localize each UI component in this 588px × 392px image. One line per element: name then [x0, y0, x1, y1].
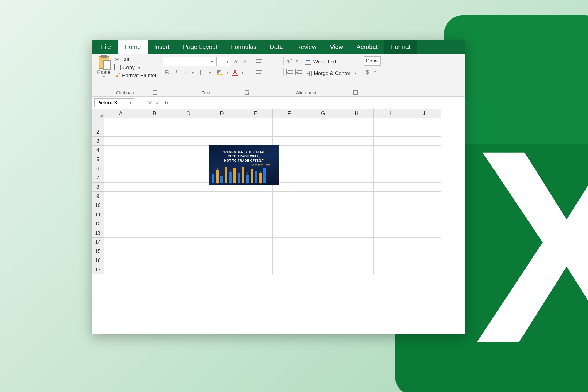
cell-C10[interactable] — [172, 201, 205, 210]
cell-I12[interactable] — [374, 219, 407, 228]
row-header-3[interactable]: 3 — [92, 137, 104, 146]
cell-D14[interactable] — [205, 238, 239, 247]
cell-I5[interactable] — [374, 155, 407, 164]
cell-E13[interactable] — [239, 228, 273, 238]
cell-C17[interactable] — [172, 265, 205, 274]
cell-E1[interactable] — [239, 118, 273, 127]
cell-H4[interactable] — [340, 146, 374, 155]
tab-data[interactable]: Data — [263, 40, 289, 54]
font-size-combo[interactable]: ▼ — [216, 57, 230, 66]
cell-B4[interactable] — [138, 146, 172, 155]
cell-J10[interactable] — [407, 201, 441, 210]
cell-A13[interactable] — [104, 228, 138, 238]
decrease-indent-button[interactable] — [285, 67, 293, 77]
embedded-picture[interactable]: "REMEMBER, YOUR GOAL IS TO TRADE WELL, N… — [209, 145, 279, 185]
cell-B13[interactable] — [138, 228, 172, 238]
cell-G6[interactable] — [306, 164, 340, 173]
cell-D17[interactable] — [205, 265, 239, 274]
cell-F16[interactable] — [273, 256, 306, 265]
cell-H13[interactable] — [340, 228, 374, 238]
cell-I11[interactable] — [374, 210, 407, 219]
cell-I10[interactable] — [374, 201, 407, 210]
cell-A5[interactable] — [104, 155, 138, 164]
increase-font-button[interactable]: A — [232, 57, 239, 66]
cell-I13[interactable] — [374, 228, 407, 238]
cell-F14[interactable] — [273, 238, 306, 247]
row-header-6[interactable]: 6 — [92, 164, 104, 173]
cut-button[interactable]: ✂Cut — [115, 56, 156, 63]
tab-insert[interactable]: Insert — [148, 40, 176, 54]
borders-dropdown[interactable]: ▼ — [208, 68, 212, 77]
cell-G16[interactable] — [306, 256, 340, 265]
cell-J11[interactable] — [407, 210, 441, 219]
fill-color-dropdown[interactable]: ▼ — [225, 68, 230, 77]
cell-J4[interactable] — [407, 146, 441, 155]
column-header-C[interactable]: C — [172, 109, 205, 118]
fill-color-button[interactable] — [216, 68, 224, 77]
cell-D13[interactable] — [205, 228, 239, 238]
cell-A2[interactable] — [104, 127, 138, 137]
cell-A7[interactable] — [104, 173, 138, 183]
align-right-button[interactable] — [273, 67, 281, 77]
cell-H16[interactable] — [340, 256, 374, 265]
align-left-button[interactable] — [255, 67, 263, 77]
enter-formula-button[interactable]: ✓ — [154, 98, 162, 107]
fx-button[interactable]: fx — [162, 100, 172, 106]
cell-E11[interactable] — [239, 210, 273, 219]
column-header-I[interactable]: I — [374, 109, 407, 118]
cell-H15[interactable] — [340, 247, 374, 256]
bold-button[interactable]: B — [163, 68, 171, 77]
row-header-13[interactable]: 13 — [92, 228, 104, 238]
cell-H3[interactable] — [340, 137, 374, 146]
cell-J16[interactable] — [407, 256, 441, 265]
row-header-8[interactable]: 8 — [92, 183, 104, 192]
cell-B14[interactable] — [138, 238, 172, 247]
row-header-14[interactable]: 14 — [92, 238, 104, 247]
cell-A4[interactable] — [104, 146, 138, 155]
tab-format[interactable]: Format — [384, 40, 417, 54]
cell-I9[interactable] — [374, 192, 407, 201]
align-middle-button[interactable] — [264, 56, 272, 66]
cell-H7[interactable] — [340, 173, 374, 183]
cell-I1[interactable] — [374, 118, 407, 127]
cell-C16[interactable] — [172, 256, 205, 265]
cell-A10[interactable] — [104, 201, 138, 210]
row-header-15[interactable]: 15 — [92, 247, 104, 256]
cell-H8[interactable] — [340, 183, 374, 192]
cell-A8[interactable] — [104, 183, 138, 192]
cell-C8[interactable] — [172, 183, 205, 192]
cell-H1[interactable] — [340, 118, 374, 127]
cell-G9[interactable] — [306, 192, 340, 201]
italic-button[interactable]: I — [172, 68, 180, 77]
tab-formulas[interactable]: Formulas — [224, 40, 263, 54]
cell-H5[interactable] — [340, 155, 374, 164]
underline-button[interactable]: U — [181, 68, 189, 77]
cell-C3[interactable] — [172, 137, 205, 146]
cell-G1[interactable] — [306, 118, 340, 127]
cell-D2[interactable] — [205, 127, 239, 137]
cell-D16[interactable] — [205, 256, 239, 265]
row-header-9[interactable]: 9 — [92, 192, 104, 201]
cell-J9[interactable] — [407, 192, 441, 201]
cell-I2[interactable] — [374, 127, 407, 137]
cell-C14[interactable] — [172, 238, 205, 247]
cell-E14[interactable] — [239, 238, 273, 247]
row-header-5[interactable]: 5 — [92, 155, 104, 164]
cell-I14[interactable] — [374, 238, 407, 247]
cell-C15[interactable] — [172, 247, 205, 256]
borders-button[interactable] — [199, 68, 207, 77]
cell-G11[interactable] — [306, 210, 340, 219]
cell-D1[interactable] — [205, 118, 239, 127]
cell-A12[interactable] — [104, 219, 138, 228]
font-color-button[interactable]: A — [231, 68, 239, 77]
cell-J12[interactable] — [407, 219, 441, 228]
cell-C2[interactable] — [172, 127, 205, 137]
cell-E16[interactable] — [239, 256, 273, 265]
cell-J6[interactable] — [407, 164, 441, 173]
cell-B6[interactable] — [138, 164, 172, 173]
cell-I6[interactable] — [374, 164, 407, 173]
copy-dropdown-icon[interactable]: ▼ — [138, 66, 141, 70]
cell-G3[interactable] — [306, 137, 340, 146]
cell-J5[interactable] — [407, 155, 441, 164]
cell-I16[interactable] — [374, 256, 407, 265]
